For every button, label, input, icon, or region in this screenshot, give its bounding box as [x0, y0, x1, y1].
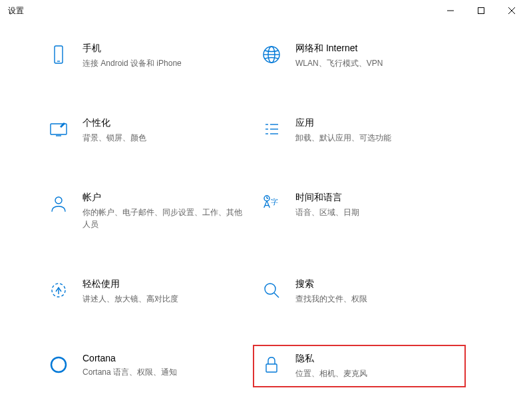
- category-item[interactable]: 网络和 InternetWLAN、飞行模式、VPN: [253, 35, 466, 77]
- time-lang-icon: [260, 192, 283, 216]
- category-text: 隐私位置、相机、麦克风: [295, 353, 459, 379]
- category-desc: Cortana 语言、权限、通知: [83, 366, 246, 378]
- globe-icon: [260, 43, 283, 67]
- personalize-icon: [47, 117, 71, 141]
- category-item[interactable]: 手机连接 Android 设备和 iPhone: [40, 35, 253, 77]
- apps-icon: [260, 117, 283, 141]
- minimize-button[interactable]: [435, 0, 466, 21]
- category-text: CortanaCortana 语言、权限、通知: [83, 353, 246, 378]
- privacy-icon: [260, 353, 283, 377]
- category-desc: 连接 Android 设备和 iPhone: [83, 57, 246, 69]
- categories-grid: 手机连接 Android 设备和 iPhone网络和 InternetWLAN、…: [40, 35, 487, 420]
- search-icon: [260, 278, 283, 302]
- category-title: 网络和 Internet: [295, 43, 459, 55]
- category-item[interactable]: 应用卸载、默认应用、可选功能: [253, 109, 466, 152]
- close-button[interactable]: [496, 0, 527, 21]
- category-item[interactable]: CortanaCortana 语言、权限、通知: [40, 345, 253, 387]
- category-title: 轻松使用: [83, 278, 246, 290]
- close-icon: [508, 7, 515, 14]
- category-title: 应用: [295, 117, 459, 129]
- cortana-icon: [47, 353, 71, 377]
- category-desc: 讲述人、放大镜、高对比度: [83, 293, 246, 305]
- category-text: 帐户你的帐户、电子邮件、同步设置、工作、其他人员: [83, 192, 246, 230]
- window-title: 设置: [8, 5, 24, 17]
- category-desc: 查找我的文件、权限: [295, 293, 459, 305]
- phone-icon: [47, 43, 71, 67]
- category-item[interactable]: 轻松使用讲述人、放大镜、高对比度: [40, 270, 253, 313]
- account-icon: [47, 192, 71, 216]
- category-text: 网络和 InternetWLAN、飞行模式、VPN: [295, 43, 459, 69]
- category-desc: 卸载、默认应用、可选功能: [295, 132, 459, 144]
- category-title: 搜索: [295, 278, 459, 290]
- titlebar: 设置: [0, 0, 527, 21]
- category-item[interactable]: 时间和语言语音、区域、日期: [253, 184, 466, 238]
- category-desc: 背景、锁屏、颜色: [83, 132, 246, 144]
- category-item[interactable]: 帐户你的帐户、电子邮件、同步设置、工作、其他人员: [40, 184, 253, 238]
- category-title: Cortana: [83, 353, 246, 363]
- window-controls: [435, 0, 527, 21]
- category-item[interactable]: 个性化背景、锁屏、颜色: [40, 109, 253, 152]
- category-item[interactable]: 搜索查找我的文件、权限: [253, 270, 466, 313]
- minimize-icon: [447, 7, 454, 14]
- category-desc: WLAN、飞行模式、VPN: [295, 57, 459, 69]
- category-text: 时间和语言语音、区域、日期: [295, 192, 459, 218]
- category-title: 隐私: [295, 353, 459, 365]
- category-text: 轻松使用讲述人、放大镜、高对比度: [83, 278, 246, 305]
- category-text: 应用卸载、默认应用、可选功能: [295, 117, 459, 144]
- category-title: 手机: [83, 43, 246, 55]
- category-desc: 语音、区域、日期: [295, 206, 459, 218]
- svg-rect-1: [478, 8, 484, 14]
- category-text: 手机连接 Android 设备和 iPhone: [83, 43, 246, 69]
- category-desc: 你的帐户、电子邮件、同步设置、工作、其他人员: [83, 206, 246, 230]
- maximize-button[interactable]: [466, 0, 496, 21]
- category-title: 时间和语言: [295, 192, 459, 204]
- category-text: 个性化背景、锁屏、颜色: [83, 117, 246, 144]
- category-item[interactable]: 隐私位置、相机、麦克风: [253, 345, 466, 387]
- maximize-icon: [478, 7, 484, 14]
- ease-icon: [47, 278, 71, 302]
- settings-content: 手机连接 Android 设备和 iPhone网络和 InternetWLAN、…: [0, 21, 527, 420]
- category-title: 帐户: [83, 192, 246, 204]
- category-text: 搜索查找我的文件、权限: [295, 278, 459, 305]
- category-title: 个性化: [83, 117, 246, 129]
- category-desc: 位置、相机、麦克风: [295, 367, 459, 379]
